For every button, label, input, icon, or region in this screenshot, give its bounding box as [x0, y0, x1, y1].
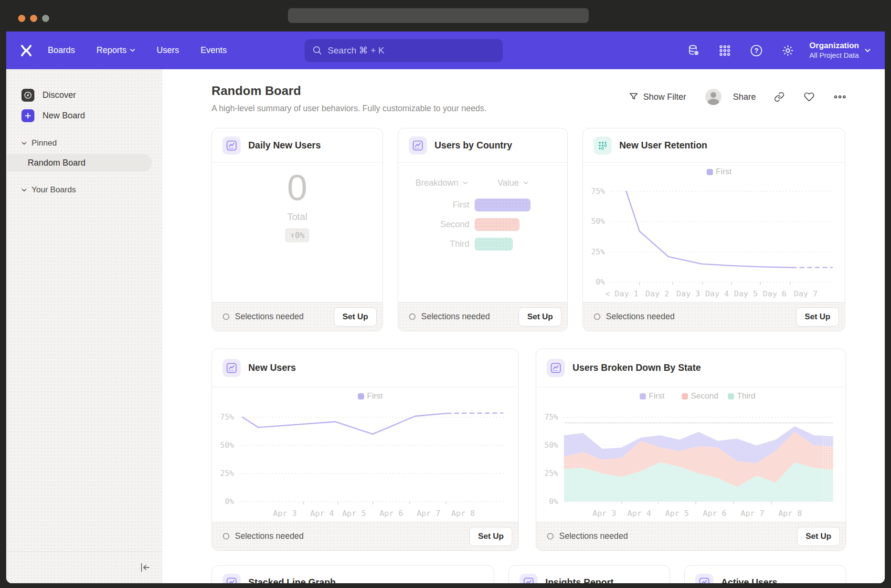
svg-text:Apr 4: Apr 4 — [627, 509, 651, 518]
chevron-down-icon — [463, 181, 468, 185]
help-icon[interactable]: ? — [749, 43, 764, 58]
svg-text:Day 4: Day 4 — [705, 289, 729, 298]
svg-text:Apr 8: Apr 8 — [451, 509, 475, 518]
svg-text:25%: 25% — [591, 247, 605, 256]
chevron-down-icon — [21, 142, 27, 145]
status-selections-needed: Selections needed — [547, 531, 628, 541]
show-filter-button[interactable]: Show Filter — [629, 92, 686, 102]
search-input[interactable]: Search ⌘ + K — [305, 39, 503, 62]
traffic-light-zoom[interactable] — [42, 15, 49, 22]
circle-icon — [594, 313, 601, 320]
traffic-light-minimize[interactable] — [30, 15, 37, 22]
country-bar-label: Second — [398, 220, 475, 230]
country-bar — [475, 238, 513, 251]
copy-link-button[interactable] — [774, 92, 785, 102]
apps-grid-icon[interactable] — [718, 43, 732, 58]
card-stacked-line-graph: Stacked Line Graph — [212, 565, 494, 583]
metric-label: Total — [287, 211, 307, 222]
org-switcher[interactable]: Organization All Project Data — [809, 41, 870, 60]
sidebar: Discover New Board Pinned Random Board — [6, 69, 162, 583]
share-button[interactable]: Share — [733, 92, 756, 102]
line-chart-icon — [409, 136, 427, 155]
card-users-by-country: Users by Country Breakdown Value — [398, 128, 568, 331]
svg-text:75%: 75% — [544, 412, 558, 421]
filter-icon — [629, 92, 638, 102]
top-nav: BoardsReportsUsersEvents Search ⌘ + K — [6, 32, 885, 69]
svg-text:Apr 5: Apr 5 — [665, 509, 689, 518]
traffic-light-close[interactable] — [18, 15, 25, 22]
card-title: Users Broken Down By State — [573, 362, 701, 373]
svg-text:?: ? — [754, 47, 759, 54]
line-chart-icon — [547, 359, 565, 377]
svg-text:Day 2: Day 2 — [646, 289, 669, 298]
svg-text:0%: 0% — [596, 277, 605, 286]
card-title: New Users — [248, 362, 296, 373]
nav-item-events[interactable]: Events — [201, 45, 227, 55]
status-selections-needed: Selections needed — [409, 312, 490, 322]
org-project: All Project Data — [809, 51, 859, 60]
card-active-users: Active Users — [684, 565, 846, 583]
retention-grid-icon — [594, 136, 612, 155]
line-chart-icon — [520, 574, 538, 584]
nav-item-boards[interactable]: Boards — [48, 45, 75, 55]
svg-text:75%: 75% — [220, 412, 234, 421]
sidebar-section-label: Your Boards — [32, 185, 76, 195]
board-actions: Show Filter Share — [629, 87, 846, 106]
svg-text:Apr 5: Apr 5 — [342, 509, 366, 518]
avatar-person-icon — [711, 92, 716, 98]
avatar[interactable] — [705, 89, 721, 105]
status-selections-needed: Selections needed — [594, 312, 675, 322]
value-dropdown[interactable]: Value — [498, 178, 529, 188]
sidebar-item-random-board[interactable]: Random Board — [7, 154, 152, 172]
card-title: Insights Report — [545, 577, 614, 583]
nav-item-users[interactable]: Users — [157, 45, 179, 55]
svg-text:Third: Third — [737, 391, 755, 400]
svg-text:Day 6: Day 6 — [763, 289, 787, 298]
sidebar-section-your-boards[interactable]: Your Boards — [6, 173, 162, 200]
country-bar-rows: FirstSecondThird — [398, 199, 567, 251]
card-users-by-state: Users Broken Down By State 75%50%25%0%Ap… — [536, 348, 846, 551]
circle-icon — [223, 533, 230, 540]
collapse-sidebar-icon[interactable] — [139, 562, 151, 573]
svg-text:Apr 4: Apr 4 — [310, 509, 334, 518]
svg-text:Day 3: Day 3 — [677, 289, 700, 298]
set-up-button[interactable]: Set Up — [519, 307, 562, 326]
favorite-button[interactable] — [804, 92, 815, 102]
breakdown-dropdown[interactable]: Breakdown — [415, 178, 468, 188]
card-title: New User Retention — [619, 140, 707, 151]
retention-chart: 75%50%25%0%< Day 1Day 2Day 3Day 4Day 5Da… — [583, 163, 845, 302]
org-name: Organization — [809, 41, 859, 51]
line-chart-icon — [695, 574, 713, 584]
browser-url-bar[interactable] — [288, 8, 589, 23]
sidebar-section-pinned[interactable]: Pinned — [6, 126, 162, 153]
card-title: Active Users — [721, 577, 777, 583]
set-up-button[interactable]: Set Up — [469, 527, 512, 546]
svg-text:0%: 0% — [225, 497, 234, 506]
chevron-down-icon — [865, 49, 870, 52]
set-up-button[interactable]: Set Up — [334, 307, 377, 326]
data-management-icon[interactable] — [686, 43, 700, 58]
sidebar-item-new-board[interactable]: New Board — [6, 105, 162, 126]
sidebar-item-discover[interactable]: Discover — [6, 85, 162, 105]
chevron-down-icon — [523, 181, 529, 185]
svg-text:Apr 7: Apr 7 — [417, 509, 441, 518]
line-chart-icon — [223, 574, 241, 584]
settings-gear-icon[interactable] — [781, 43, 795, 58]
set-up-button[interactable]: Set Up — [796, 307, 839, 326]
sidebar-footer — [6, 551, 162, 583]
share-label: Share — [733, 92, 756, 102]
svg-text:Day 7: Day 7 — [794, 289, 817, 298]
svg-text:First: First — [367, 391, 383, 400]
status-selections-needed: Selections needed — [223, 531, 304, 541]
search-placeholder: Search ⌘ + K — [328, 45, 384, 56]
svg-text:Apr 8: Apr 8 — [778, 509, 802, 518]
mixpanel-logo[interactable] — [20, 44, 32, 57]
show-filter-label: Show Filter — [643, 92, 686, 102]
svg-text:0%: 0% — [549, 497, 559, 506]
nav-item-reports[interactable]: Reports — [96, 45, 135, 55]
more-options-button[interactable] — [834, 94, 846, 99]
board-main: Random Board A high-level summary of use… — [162, 69, 885, 583]
set-up-button[interactable]: Set Up — [797, 527, 840, 546]
svg-text:< Day 1: < Day 1 — [605, 289, 638, 298]
svg-text:Second: Second — [691, 391, 719, 400]
